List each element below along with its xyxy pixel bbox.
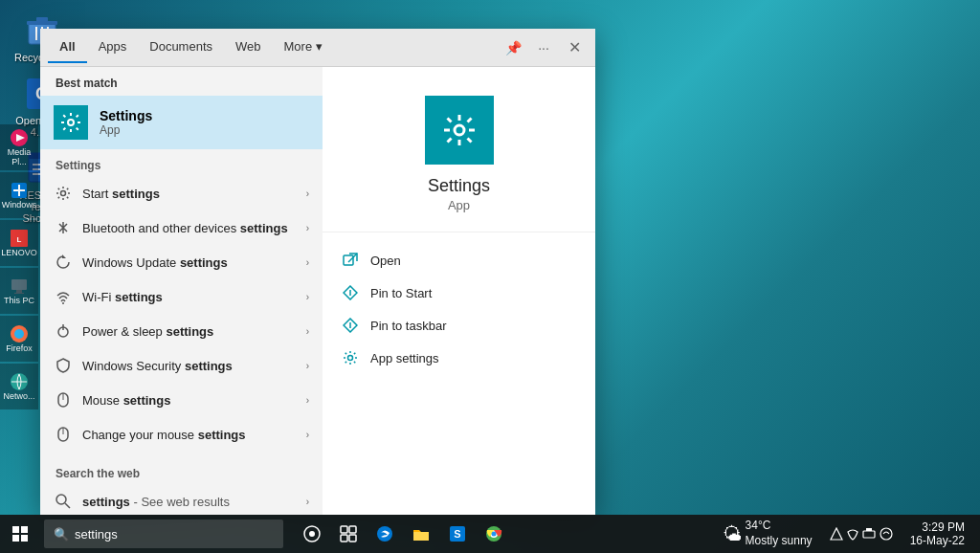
taskbar-search-text: settings <box>75 527 118 542</box>
changemouse-arrow: › <box>306 430 309 440</box>
tab-actions: 📌 ··· ✕ <box>500 34 588 61</box>
svg-point-60 <box>492 532 497 537</box>
svg-rect-62 <box>863 531 875 538</box>
power-arrow: › <box>306 326 309 337</box>
menu-item-powersleep[interactable]: Power & sleep settings › <box>40 314 323 348</box>
svg-point-36 <box>56 495 66 504</box>
start-button[interactable] <box>0 515 40 553</box>
svg-rect-63 <box>866 528 872 531</box>
svg-rect-44 <box>12 526 19 533</box>
right-app-type: App <box>448 198 470 212</box>
taskbar-side-icons: Media Pl... Windows L LENOVO This PC Fir… <box>0 124 38 409</box>
svg-rect-50 <box>341 526 347 533</box>
weather-temp: 34°C <box>746 519 813 534</box>
svg-text:S: S <box>454 528 460 540</box>
left-panel: Best match Settings App Settings <box>40 67 323 515</box>
tab-all[interactable]: All <box>48 32 87 63</box>
svg-rect-39 <box>344 255 353 265</box>
weather-text: 34°C Mostly sunny <box>746 519 813 548</box>
pin-taskbar-icon <box>342 317 359 334</box>
taskbar-chrome[interactable] <box>477 515 511 553</box>
svg-point-23 <box>14 329 24 339</box>
menu-item-text-start: Start settings <box>82 187 306 201</box>
side-app-thispc[interactable]: This PC <box>0 268 38 314</box>
svg-marker-28 <box>62 254 66 258</box>
best-match-label: Best match <box>40 67 323 94</box>
svg-rect-46 <box>12 535 19 542</box>
action-pin-taskbar-text: Pin to taskbar <box>370 319 447 333</box>
menu-item-winsecurity[interactable]: Windows Security settings › <box>40 348 323 383</box>
pin-popup-button[interactable]: 📌 <box>500 34 526 61</box>
bluetooth-icon <box>54 218 73 237</box>
side-app-network[interactable]: Netwo... <box>0 364 38 409</box>
search-popup: All Apps Documents Web More ▾ 📌 ··· ✕ Be… <box>40 29 595 515</box>
more-options-button[interactable]: ··· <box>530 34 557 61</box>
clock-date: 16-May-22 <box>910 534 965 547</box>
svg-rect-21 <box>14 293 24 294</box>
menu-item-winupdate[interactable]: Windows Update settings › <box>40 245 323 279</box>
taskbar-widgets[interactable] <box>331 515 366 553</box>
best-match-item[interactable]: Settings App <box>40 96 323 149</box>
menu-item-text-changemouse: Change your mouse settings <box>82 428 306 442</box>
clock-time: 3:29 PM <box>922 520 965 534</box>
taskbar-search-icon: 🔍 <box>54 527 69 542</box>
menu-item-start-settings[interactable]: Start settings › <box>40 176 323 210</box>
menu-item-changemouse[interactable]: Change your mouse settings › <box>40 417 323 452</box>
tab-more[interactable]: More ▾ <box>273 32 334 63</box>
desktop: Recycle Bin O OpenOffice 4.1.5 <box>0 0 980 553</box>
web-search-arrow: › <box>306 497 309 507</box>
taskbar-clock[interactable]: 3:29 PM 16-May-22 <box>902 515 972 553</box>
right-app-name: Settings <box>428 176 490 196</box>
action-app-settings-text: App settings <box>370 351 439 365</box>
svg-point-38 <box>455 125 464 135</box>
svg-point-49 <box>309 531 315 537</box>
tab-apps[interactable]: Apps <box>87 32 139 63</box>
taskbar-task-view[interactable] <box>295 515 329 553</box>
action-app-settings[interactable]: App settings <box>323 342 595 374</box>
action-pin-start[interactable]: Pin to Start <box>323 276 595 309</box>
taskbar-icons: S <box>295 515 511 553</box>
svg-marker-61 <box>831 528 842 540</box>
start-settings-icon <box>54 184 73 203</box>
taskbar: 🔍 settings <box>0 515 980 553</box>
action-open[interactable]: Open <box>323 244 595 276</box>
right-header: Settings App <box>323 67 595 232</box>
web-section-label: Search the web <box>40 459 323 484</box>
menu-item-mouse[interactable]: Mouse settings › <box>40 383 323 417</box>
action-open-text: Open <box>370 254 401 268</box>
taskbar-edge[interactable] <box>368 515 402 553</box>
popup-tabs: All Apps Documents Web More ▾ 📌 ··· ✕ <box>40 29 595 67</box>
action-pin-start-text: Pin to Start <box>370 286 432 300</box>
web-search-text: settings - See web results <box>82 495 306 509</box>
menu-item-bluetooth[interactable]: Bluetooth and other devices settings › <box>40 210 323 245</box>
menu-item-wifi[interactable]: Wi-Fi settings › <box>40 279 323 314</box>
side-app-winupdate[interactable]: Windows <box>0 172 38 218</box>
side-app-firefox[interactable]: Firefox <box>0 316 38 362</box>
taskbar-weather[interactable]: 🌤 34°C Mostly sunny <box>715 515 820 553</box>
side-app-lenovo[interactable]: L LENOVO <box>0 220 38 266</box>
taskbar-store[interactable]: S <box>440 515 475 553</box>
taskbar-explorer[interactable] <box>404 515 438 553</box>
action-pin-taskbar[interactable]: Pin to taskbar <box>323 309 595 342</box>
menu-item-text-mouse: Mouse settings <box>82 393 306 408</box>
right-panel: Settings App Open <box>323 67 595 515</box>
taskbar-sys-tray[interactable] <box>824 515 899 553</box>
menu-item-text-security: Windows Security settings <box>82 359 306 373</box>
taskbar-search-bar[interactable]: 🔍 settings <box>44 520 283 548</box>
svg-line-37 <box>65 503 70 508</box>
tab-web[interactable]: Web <box>224 32 273 63</box>
menu-item-text-power: Power & sleep settings <box>82 324 306 339</box>
close-popup-button[interactable]: ✕ <box>561 34 588 61</box>
side-app-mediaplayer[interactable]: Media Pl... <box>0 124 38 170</box>
app-settings-icon <box>342 349 359 366</box>
taskbar-right: 🌤 34°C Mostly sunny 3:29 PM 16-May-22 <box>715 515 980 553</box>
best-match-text: Settings App <box>100 108 152 137</box>
svg-point-27 <box>61 191 66 196</box>
best-match-icon <box>54 105 88 140</box>
web-search-item[interactable]: settings - See web results › <box>40 484 323 515</box>
svg-text:L: L <box>17 235 22 244</box>
tab-documents[interactable]: Documents <box>138 32 224 63</box>
bm-subtitle: App <box>100 123 152 137</box>
security-arrow: › <box>306 361 309 371</box>
right-actions: Open Pin to Start <box>323 232 595 386</box>
